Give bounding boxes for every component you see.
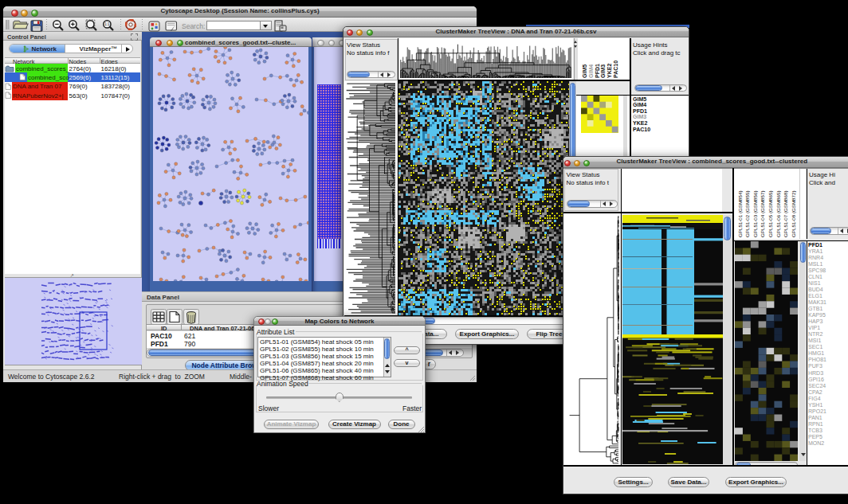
svg-text:1:1: 1:1: [104, 22, 110, 26]
